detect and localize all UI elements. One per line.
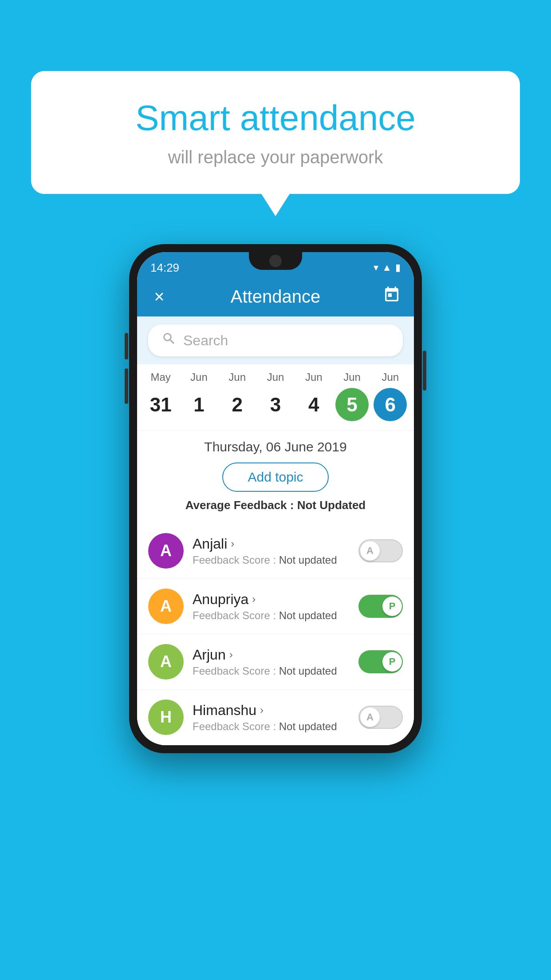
signal-icon: ▲ — [382, 262, 392, 273]
day-number: 4 — [297, 388, 331, 421]
student-item[interactable]: AAnjali ›Feedback Score : Not updatedA — [137, 523, 414, 579]
phone-camera — [269, 255, 282, 267]
student-info: Anupriya ›Feedback Score : Not updated — [193, 591, 350, 622]
day-number: 3 — [259, 388, 292, 421]
attendance-toggle[interactable]: A — [358, 539, 403, 562]
speech-bubble-container: Smart attendance will replace your paper… — [31, 71, 520, 194]
day-number: 2 — [220, 388, 254, 421]
day-month: Jun — [190, 371, 208, 383]
attendance-toggle[interactable]: A — [358, 706, 403, 729]
search-icon — [161, 331, 177, 350]
attendance-toggle[interactable]: P — [358, 595, 403, 618]
student-info: Himanshu ›Feedback Score : Not updated — [193, 702, 350, 733]
avg-feedback-label: Average Feedback : — [185, 498, 294, 512]
student-avatar: A — [148, 644, 184, 680]
student-name: Anjali › — [193, 536, 350, 552]
day-number: 31 — [144, 388, 177, 421]
chevron-icon: › — [229, 648, 233, 661]
avg-feedback-value: Not Updated — [297, 498, 366, 512]
chevron-icon: › — [252, 593, 256, 605]
chevron-icon: › — [260, 704, 264, 716]
wifi-icon: ▾ — [374, 262, 378, 273]
day-month: Jun — [305, 371, 323, 383]
volume-up-button — [125, 333, 128, 360]
calendar-days: May31Jun1Jun2Jun3Jun4Jun5Jun6 — [137, 371, 414, 421]
student-feedback: Feedback Score : Not updated — [193, 665, 350, 677]
app-bar-title: Attendance — [231, 287, 320, 307]
day-number: 1 — [182, 388, 216, 421]
search-bar-container: Search — [137, 316, 414, 364]
toggle-track: P — [358, 650, 403, 673]
day-month: May — [150, 371, 170, 383]
close-button[interactable]: × — [148, 287, 170, 307]
toggle-thumb: A — [360, 541, 380, 561]
student-list: AAnjali ›Feedback Score : Not updatedAAA… — [137, 523, 414, 745]
calendar-strip: May31Jun1Jun2Jun3Jun4Jun5Jun6 — [137, 364, 414, 430]
power-button — [423, 351, 426, 391]
student-feedback: Feedback Score : Not updated — [193, 554, 350, 566]
student-item[interactable]: AArjun ›Feedback Score : Not updatedP — [137, 634, 414, 690]
selected-date: Thursday, 06 June 2019 — [137, 439, 414, 454]
avg-feedback: Average Feedback : Not Updated — [137, 498, 414, 517]
calendar-day[interactable]: Jun6 — [371, 371, 409, 421]
calendar-day[interactable]: May31 — [142, 371, 180, 421]
day-number: 6 — [374, 388, 407, 421]
bubble-subtitle: will replace your paperwork — [67, 147, 484, 167]
phone-outer: 14:29 ▾ ▲ ▮ × Attendance — [129, 244, 422, 753]
day-month: Jun — [343, 371, 361, 383]
student-item[interactable]: HHimanshu ›Feedback Score : Not updatedA — [137, 690, 414, 745]
toggle-thumb: A — [360, 707, 380, 727]
day-month: Jun — [228, 371, 246, 383]
student-avatar: A — [148, 589, 184, 624]
student-avatar: A — [148, 533, 184, 569]
student-name: Arjun › — [193, 647, 350, 663]
speech-bubble: Smart attendance will replace your paper… — [31, 71, 520, 194]
student-avatar: H — [148, 699, 184, 735]
student-name: Anupriya › — [193, 591, 350, 608]
calendar-day[interactable]: Jun2 — [218, 371, 256, 421]
status-time: 14:29 — [150, 261, 179, 275]
toggle-track: P — [358, 595, 403, 618]
search-placeholder: Search — [183, 332, 228, 349]
add-topic-button[interactable]: Add topic — [222, 462, 328, 492]
battery-icon: ▮ — [395, 262, 401, 273]
chevron-icon: › — [231, 537, 234, 550]
student-item[interactable]: AAnupriya ›Feedback Score : Not updatedP — [137, 579, 414, 634]
toggle-thumb: P — [382, 652, 402, 672]
calendar-day[interactable]: Jun5 — [333, 371, 371, 421]
attendance-toggle[interactable]: P — [358, 650, 403, 673]
date-section: Thursday, 06 June 2019 Add topic Average… — [137, 430, 414, 523]
calendar-day[interactable]: Jun3 — [256, 371, 294, 421]
app-bar: × Attendance — [137, 277, 414, 316]
toggle-thumb: P — [382, 597, 402, 616]
student-name: Himanshu › — [193, 702, 350, 719]
student-feedback: Feedback Score : Not updated — [193, 609, 350, 622]
student-info: Arjun ›Feedback Score : Not updated — [193, 647, 350, 677]
bubble-title: Smart attendance — [67, 98, 484, 138]
day-number: 5 — [335, 388, 369, 421]
toggle-track: A — [358, 539, 403, 562]
phone-wrapper: 14:29 ▾ ▲ ▮ × Attendance — [129, 244, 422, 753]
student-info: Anjali ›Feedback Score : Not updated — [193, 536, 350, 566]
student-feedback: Feedback Score : Not updated — [193, 720, 350, 733]
calendar-icon[interactable] — [381, 286, 403, 307]
calendar-day[interactable]: Jun4 — [295, 371, 333, 421]
phone-notch — [249, 252, 302, 270]
calendar-day[interactable]: Jun1 — [180, 371, 218, 421]
search-bar[interactable]: Search — [148, 324, 403, 356]
phone-screen: 14:29 ▾ ▲ ▮ × Attendance — [137, 252, 414, 745]
status-icons: ▾ ▲ ▮ — [374, 262, 401, 273]
day-month: Jun — [267, 371, 284, 383]
day-month: Jun — [382, 371, 399, 383]
toggle-track: A — [358, 706, 403, 729]
volume-down-button — [125, 368, 128, 404]
